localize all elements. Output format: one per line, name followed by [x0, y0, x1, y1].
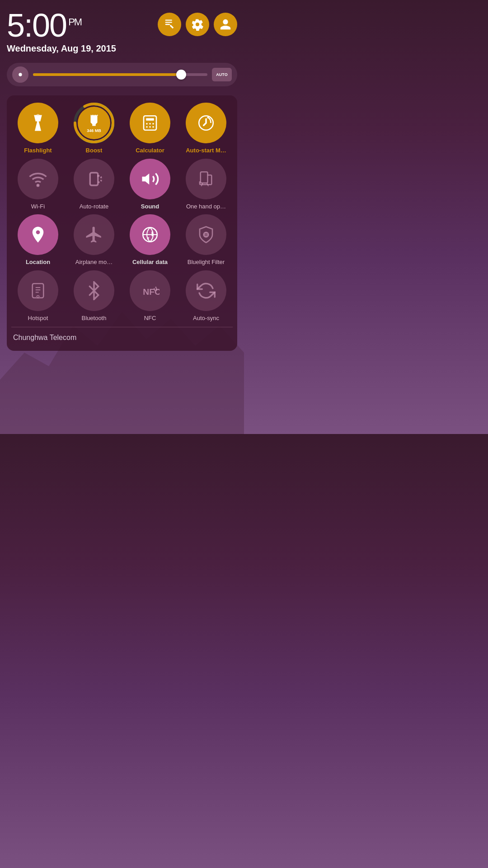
- location-label: Location: [26, 259, 50, 266]
- toggle-hotspot[interactable]: Hotspot: [11, 270, 65, 322]
- hotspot-circle: [18, 270, 58, 311]
- svg-point-10: [146, 123, 148, 125]
- autostart-circle: [186, 103, 226, 143]
- brightness-fill: [33, 73, 181, 76]
- toggle-autosync[interactable]: Auto-sync: [179, 270, 233, 322]
- autosync-label: Auto-sync: [193, 315, 219, 322]
- toggle-onehand[interactable]: One hand op…: [179, 159, 233, 210]
- toggle-bluelight[interactable]: Bluelight Filter: [179, 214, 233, 266]
- wifi-circle: [18, 159, 58, 199]
- calculator-label: Calculator: [136, 147, 164, 154]
- sound-label: Sound: [141, 203, 159, 210]
- wifi-label: Wi-Fi: [31, 203, 45, 210]
- svg-point-25: [38, 297, 39, 298]
- svg-point-17: [37, 184, 39, 186]
- toggle-grid: Flashlight 346 MB: [11, 103, 233, 321]
- boost-circle: 346 MB: [74, 103, 114, 143]
- onehand-circle: [186, 159, 226, 199]
- boost-label: Boost: [86, 147, 103, 154]
- bluetooth-circle: [74, 270, 114, 311]
- bluetooth-label: Bluetooth: [82, 315, 107, 322]
- svg-rect-18: [90, 173, 98, 185]
- boost-value: 346 MB: [87, 129, 101, 133]
- carrier-name: Chunghwa Telecom: [11, 332, 233, 344]
- boost-inner: 346 MB: [78, 107, 110, 139]
- calculator-circle: [130, 103, 170, 143]
- brightness-auto-label[interactable]: AUTO: [212, 68, 232, 81]
- svg-point-14: [149, 126, 151, 128]
- airplane-circle: [74, 214, 114, 255]
- svg-rect-19: [201, 172, 208, 183]
- svg-rect-1: [165, 22, 172, 23]
- nfc-circle: NFC: [130, 270, 170, 311]
- autosync-circle: [186, 270, 226, 311]
- svg-text:NFC: NFC: [143, 287, 160, 297]
- toggle-flashlight[interactable]: Flashlight: [11, 103, 65, 154]
- svg-point-11: [149, 123, 151, 125]
- header: 5:00PM Wednesday, Aug 19, 2015: [7, 9, 237, 54]
- svg-point-3: [19, 73, 22, 76]
- svg-point-4: [37, 117, 40, 120]
- location-circle: [18, 214, 58, 255]
- bluelight-label: Bluelight Filter: [188, 259, 225, 266]
- toggle-cellular[interactable]: Cellular data: [123, 214, 177, 266]
- toggle-autorotate[interactable]: Auto-rotate: [67, 159, 121, 210]
- settings-button[interactable]: [186, 13, 209, 36]
- onehand-label: One hand op…: [186, 203, 226, 210]
- profile-button[interactable]: [214, 13, 237, 36]
- svg-rect-9: [146, 118, 154, 121]
- svg-rect-22: [152, 231, 154, 236]
- cellular-circle: [130, 214, 170, 255]
- time-value: 5:00: [7, 7, 66, 43]
- brightness-bar[interactable]: AUTO: [7, 63, 237, 86]
- quick-toggles-panel: Flashlight 346 MB: [7, 95, 237, 351]
- toggle-bluetooth[interactable]: Bluetooth: [67, 270, 121, 322]
- svg-point-13: [146, 126, 148, 128]
- flashlight-label: Flashlight: [24, 147, 52, 154]
- svg-rect-2: [165, 24, 170, 25]
- toggle-airplane[interactable]: Airplane mo…: [67, 214, 121, 266]
- autostart-label: Auto-start M…: [186, 147, 226, 154]
- flashlight-circle: [18, 103, 58, 143]
- svg-point-15: [152, 126, 154, 128]
- time-block: 5:00PM Wednesday, Aug 19, 2015: [7, 9, 116, 54]
- autorotate-label: Auto-rotate: [80, 203, 108, 210]
- panel-divider: [11, 327, 233, 327]
- airplane-label: Airplane mo…: [75, 259, 113, 266]
- svg-point-12: [152, 123, 154, 125]
- clock-display: 5:00PM: [7, 9, 116, 42]
- header-icon-group: [158, 13, 237, 36]
- toggle-calculator[interactable]: Calculator: [123, 103, 177, 154]
- svg-rect-0: [165, 20, 172, 21]
- brightness-thumb[interactable]: [176, 70, 186, 80]
- nfc-label: NFC: [144, 315, 156, 322]
- toggle-location[interactable]: Location: [11, 214, 65, 266]
- toggle-wifi[interactable]: Wi-Fi: [11, 159, 65, 210]
- toggle-autostart[interactable]: Auto-start M…: [179, 103, 233, 154]
- brightness-icon: [12, 66, 28, 83]
- time-period: PM: [68, 16, 81, 28]
- hotspot-label: Hotspot: [28, 315, 48, 322]
- sound-circle: [130, 159, 170, 199]
- toggle-nfc[interactable]: NFC NFC: [123, 270, 177, 322]
- brightness-slider[interactable]: [33, 73, 207, 76]
- bluelight-circle: [186, 214, 226, 255]
- date-display: Wednesday, Aug 19, 2015: [7, 43, 116, 54]
- autorotate-circle: [74, 159, 114, 199]
- toggle-boost[interactable]: 346 MB Boost: [67, 103, 121, 154]
- cellular-label: Cellular data: [132, 259, 168, 266]
- notes-button[interactable]: [158, 13, 181, 36]
- toggle-sound[interactable]: Sound: [123, 159, 177, 210]
- svg-point-20: [36, 231, 40, 235]
